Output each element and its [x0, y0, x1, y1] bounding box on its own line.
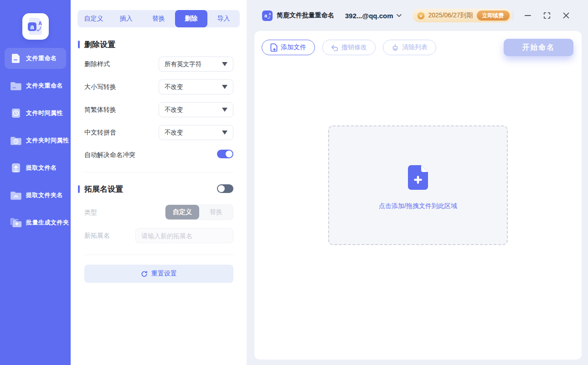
- file-toolbar: 添加文件 撤销修改 清除列表: [262, 40, 436, 55]
- chevron-down-icon: [222, 62, 227, 66]
- sidebar-item-extract-filename[interactable]: 提取文件名: [5, 157, 66, 178]
- sidebar-item-batch-create-folder[interactable]: 批量生成文件夹: [5, 212, 66, 233]
- close-icon: [562, 12, 570, 19]
- ext-type-option-custom[interactable]: 自定义: [165, 205, 199, 219]
- divider: [513, 11, 513, 20]
- window-controls: [513, 11, 571, 20]
- sidebar: a A 文件重命名 文件夹重命名 文件时间: [0, 0, 71, 365]
- add-files-button[interactable]: 添加文件: [262, 40, 315, 55]
- sidebar-item-label: 文件夹时间属性: [26, 136, 69, 145]
- delete-style-select[interactable]: 所有英文字符: [159, 57, 233, 72]
- sidebar-item-folder-time[interactable]: 文件夹时间属性: [5, 130, 66, 151]
- conflict-toggle-label: 自动解决命名冲突: [84, 151, 135, 159]
- pinyin-convert-select[interactable]: 不改变: [159, 125, 233, 140]
- main-area: a A 简鹿文件批量重命名 392...@qq.com V 2025/06/27…: [247, 0, 588, 365]
- conflict-toggle[interactable]: [217, 150, 233, 158]
- toggle-knob: [218, 185, 225, 192]
- sidebar-item-label: 提取文件夹名: [26, 191, 63, 199]
- sidebar-item-label: 文件夹重命名: [26, 82, 63, 90]
- start-rename-button[interactable]: 开始命名: [504, 39, 573, 56]
- tab-import[interactable]: 导入: [207, 10, 240, 27]
- app-logo-icon: a A: [25, 16, 46, 37]
- broom-icon: [392, 44, 399, 51]
- case-convert-select[interactable]: 不改变: [159, 79, 233, 94]
- case-convert-label: 大小写转换: [84, 83, 116, 91]
- traditional-convert-label: 简繁体转换: [84, 106, 116, 114]
- minimize-icon: [524, 12, 531, 19]
- tab-custom[interactable]: 自定义: [77, 10, 110, 27]
- folder-plus-icon: [10, 218, 22, 228]
- vip-crown-icon: V: [417, 12, 425, 20]
- section-title-text: 删除设置: [84, 39, 115, 50]
- divider: [84, 172, 233, 172]
- ext-type-segmented: 自定义 替换: [165, 204, 233, 220]
- extension-toggle[interactable]: [217, 184, 233, 193]
- undo-button[interactable]: 撤销修改: [322, 40, 376, 55]
- chevron-down-icon: [397, 14, 402, 17]
- folder-icon: [10, 81, 22, 91]
- renew-button[interactable]: 立即续费: [477, 10, 510, 21]
- app-logo: a A: [22, 13, 49, 40]
- sidebar-item-label: 文件重命名: [26, 54, 57, 63]
- expiry-date: 2025/06/27到期: [428, 11, 473, 20]
- button-label: 撤销修改: [341, 43, 367, 52]
- settings-panel: 自定义 插入 替换 删除 导入 删除设置 删除样式 所有英文字符 大小写转换 不…: [71, 0, 247, 365]
- svg-text:A: A: [38, 21, 42, 26]
- delete-style-label: 删除样式: [84, 60, 110, 68]
- file-list-card: 添加文件 撤销修改 清除列表 开始命名: [254, 31, 582, 360]
- chevron-down-icon: [222, 85, 227, 89]
- file-clock-icon: [10, 108, 22, 118]
- titlebar: a A 简鹿文件批量重命名 392...@qq.com V 2025/06/27…: [247, 0, 588, 31]
- delete-settings-title: 删除设置: [78, 39, 115, 50]
- close-button[interactable]: [562, 11, 571, 20]
- sidebar-item-folder-rename[interactable]: 文件夹重命名: [5, 75, 66, 96]
- sidebar-item-file-rename[interactable]: 文件重命名: [5, 48, 66, 69]
- new-ext-input[interactable]: [135, 228, 233, 243]
- svg-text:V: V: [419, 14, 422, 18]
- svg-text:A: A: [268, 12, 271, 16]
- pinyin-convert-label: 中文转拼音: [84, 129, 116, 137]
- select-value: 所有英文字符: [165, 60, 201, 68]
- svg-text:a: a: [30, 23, 34, 31]
- ext-type-option-replace[interactable]: 替换: [199, 205, 233, 219]
- minimize-button[interactable]: [523, 11, 532, 20]
- extension-settings-title: 拓展名设置: [78, 184, 123, 194]
- sidebar-item-label: 提取文件名: [26, 164, 57, 172]
- undo-icon: [331, 44, 338, 51]
- sidebar-nav: 文件重命名 文件夹重命名 文件时间属性 文件夹时间属性: [0, 48, 71, 240]
- app-mini-icon: a A: [262, 10, 273, 21]
- tab-delete[interactable]: 删除: [175, 10, 207, 27]
- tab-replace[interactable]: 替换: [142, 10, 175, 27]
- reset-settings-button[interactable]: 重置设置: [84, 265, 233, 283]
- sidebar-item-label: 文件时间属性: [26, 109, 63, 117]
- file-icon: [10, 53, 22, 63]
- app-mini-icon-glyph: a A: [262, 10, 273, 21]
- section-title-text: 拓展名设置: [84, 184, 123, 194]
- vip-expiry-badge: V 2025/06/27到期 立即续费: [413, 9, 512, 22]
- file-dropzone[interactable]: 点击添加/拖拽文件到此区域: [328, 125, 508, 245]
- select-value: 不改变: [165, 129, 183, 137]
- folder-clock-icon: [10, 136, 22, 146]
- tab-insert[interactable]: 插入: [110, 10, 142, 27]
- button-label: 添加文件: [281, 43, 306, 52]
- app-title: 简鹿文件批量重命名: [277, 11, 334, 20]
- chevron-down-icon: [222, 108, 227, 112]
- sidebar-item-extract-foldername[interactable]: 提取文件夹名: [5, 185, 66, 206]
- dropzone-hint: 点击添加/拖拽文件到此区域: [379, 202, 457, 210]
- folder-export-icon: [10, 190, 22, 200]
- account-email: 392...@qq.com: [345, 12, 393, 20]
- traditional-convert-select[interactable]: 不改变: [159, 102, 233, 117]
- app-window: { "logo": { "letter_main": "a", "letter_…: [0, 0, 588, 365]
- button-label: 清除列表: [402, 43, 428, 52]
- rename-mode-tabbar: 自定义 插入 替换 删除 导入: [77, 10, 240, 27]
- maximize-button[interactable]: [542, 11, 552, 20]
- refresh-icon: [141, 271, 148, 277]
- reset-label: 重置设置: [151, 270, 177, 278]
- clear-list-button[interactable]: 清除列表: [383, 40, 436, 55]
- account-dropdown[interactable]: 392...@qq.com: [345, 12, 402, 20]
- file-export-icon: [10, 163, 22, 173]
- select-value: 不改变: [165, 83, 183, 91]
- sidebar-item-file-time[interactable]: 文件时间属性: [5, 103, 66, 124]
- maximize-icon: [543, 12, 551, 19]
- chevron-down-icon: [222, 130, 227, 135]
